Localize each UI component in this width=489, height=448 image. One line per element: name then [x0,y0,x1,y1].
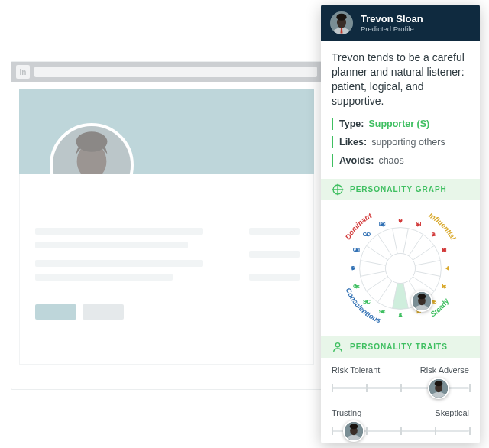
svg-point-9 [336,14,346,21]
detail-value: Supporter (S) [368,118,429,129]
svg-line-18 [403,228,409,253]
svg-text:Is: Is [442,283,447,289]
svg-point-71 [335,342,339,346]
svg-line-57 [367,245,388,260]
svg-text:Conscientious: Conscientious [345,287,382,324]
trait-row: Risk TolerantRisk Adverse [332,365,469,398]
svg-text:Dc: Dc [379,221,386,227]
section-header-traits: PERSONALITY TRAITS [321,336,480,358]
svg-text:Sc: Sc [379,309,386,315]
slider-tick [332,427,333,435]
slider-tick [469,427,471,435]
svg-line-27 [415,260,440,265]
svg-text:Cd: Cd [353,247,360,253]
svg-text:I: I [447,265,449,271]
personality-graph: DDiDIIdIIsISSiSScSCCsCCdCDDcDominantInfl… [321,200,480,336]
slider-tick [366,427,368,435]
trait-left-label: Risk Tolerant [332,365,380,375]
svg-text:C: C [351,265,355,271]
svg-text:Id: Id [442,247,446,253]
profile-card-placeholder [19,174,314,365]
linkedin-topbar: in [11,62,322,82]
detail-value: chaos [378,155,403,166]
detail-type: Type: Supporter (S) [332,118,469,130]
button-placeholder [35,304,76,320]
slider-tick [469,384,471,392]
slider-handle-avatar[interactable] [428,378,449,399]
svg-point-4 [76,131,108,152]
detail-value: supporting others [371,137,445,148]
text-placeholder [35,260,203,267]
svg-line-33 [413,276,434,291]
panel-header: Trevon Sloan Predicted Profile [321,5,480,41]
text-placeholder [35,228,203,235]
trait-right-label: Skeptical [435,408,469,417]
avatar [330,11,353,34]
disc-wheel[interactable]: DDiDIIdIIsISSiSScSCCsCCdCDDcDominantInfl… [332,200,468,336]
target-icon [332,183,344,196]
svg-text:DI: DI [431,231,436,237]
profile-details: Type: Supporter (S) Likes: supporting ot… [332,118,469,167]
svg-line-48 [367,276,388,291]
personality-traits: Risk TolerantRisk AdverseTrustingSkeptic… [321,358,480,443]
section-title: PERSONALITY TRAITS [350,342,448,351]
slider-tick [400,384,402,392]
trait-left-label: Trusting [332,408,361,417]
svg-point-75 [435,381,443,386]
svg-point-14 [385,253,415,283]
text-placeholder [249,228,300,235]
svg-text:D: D [398,217,402,223]
detail-label: Avoids: [339,155,374,166]
predicted-profile-panel: Trevon Sloan Predicted Profile Trevon te… [321,5,480,443]
svg-point-70 [418,294,426,299]
svg-line-24 [413,245,434,260]
text-placeholder [35,274,173,281]
profile-subtitle: Predicted Profile [361,24,423,33]
text-placeholder [249,274,300,281]
slider-tick [435,427,436,435]
svg-line-51 [361,271,386,276]
svg-line-21 [409,234,423,255]
person-icon [332,341,344,353]
detail-label: Likes: [339,137,367,148]
button-placeholder [83,304,124,320]
profile-summary: Trevon tends to be a careful planner and… [332,50,469,109]
trait-slider[interactable] [332,422,469,440]
svg-text:Di: Di [416,221,421,227]
svg-point-79 [350,424,358,429]
svg-text:SC: SC [363,298,371,304]
disc-marker-avatar [411,291,432,312]
slider-tick [332,384,333,392]
svg-text:CD: CD [363,231,371,237]
detail-avoids: Avoids: chaos [332,154,469,167]
detail-label: Type: [339,118,364,129]
slider-tick [366,384,368,392]
trait-slider[interactable] [332,379,469,398]
section-header-graph: PERSONALITY GRAPH [321,179,480,200]
svg-line-15 [393,228,398,253]
svg-text:S: S [399,313,403,319]
section-title: PERSONALITY GRAPH [350,185,447,193]
trait-right-label: Risk Adverse [420,365,469,375]
text-placeholder [35,242,188,248]
linkedin-profile-placeholder: in [11,61,322,390]
trait-row: TrustingSkeptical [332,408,469,440]
linkedin-logo-icon: in [16,65,30,79]
svg-line-45 [377,281,392,302]
slider-tick [400,427,402,435]
svg-text:Cs: Cs [353,283,360,289]
linkedin-search-placeholder [34,67,317,77]
slider-handle-avatar[interactable] [343,420,364,442]
svg-line-30 [415,271,440,276]
text-placeholder [249,251,300,258]
svg-line-60 [377,234,392,255]
profile-name: Trevon Sloan [361,13,423,25]
detail-likes: Likes: supporting others [332,136,469,148]
svg-line-54 [361,260,386,265]
panel-summary-section: Trevon tends to be a careful planner and… [321,41,480,179]
